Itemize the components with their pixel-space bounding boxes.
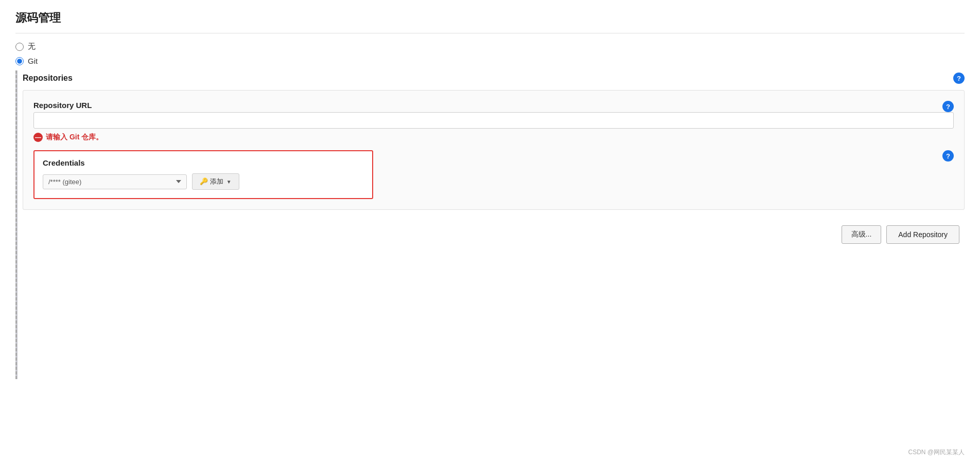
credentials-with-help: Credentials /**** (gitee) 🔑 添加 ▼: [33, 150, 954, 199]
footer-credit: CSDN @网民某某人: [908, 448, 965, 457]
radio-group: 无 Git: [15, 42, 965, 65]
add-repository-button[interactable]: Add Repository: [886, 225, 959, 244]
add-button-label: 🔑 添加: [200, 177, 223, 186]
radio-none[interactable]: 无: [15, 42, 965, 51]
page-title: 源码管理: [15, 10, 965, 33]
repositories-header: Repositories ?: [23, 70, 965, 84]
credentials-label: Credentials: [43, 158, 85, 167]
error-message: 请输入 Git 仓库。: [46, 133, 103, 142]
add-button-chevron: ▼: [226, 179, 232, 185]
repo-url-input[interactable]: [33, 112, 954, 129]
radio-git-input[interactable]: [15, 57, 24, 65]
radio-none-input[interactable]: [15, 43, 24, 51]
repo-box: Repository URL ? — 请输入 Git 仓库。 Credentia…: [23, 90, 965, 210]
repo-url-label: Repository URL: [33, 101, 92, 110]
credentials-row: /**** (gitee) 🔑 添加 ▼: [43, 173, 364, 190]
radio-none-label: 无: [28, 42, 36, 51]
credentials-header: Credentials: [43, 158, 364, 167]
repo-url-help-icon[interactable]: ?: [942, 101, 954, 112]
credentials-help-icon[interactable]: ?: [942, 150, 954, 162]
credentials-outer: Credentials /**** (gitee) 🔑 添加 ▼: [33, 150, 373, 199]
add-credentials-button[interactable]: 🔑 添加 ▼: [192, 173, 239, 190]
credentials-select[interactable]: /**** (gitee): [43, 174, 187, 189]
advanced-button[interactable]: 高级...: [842, 225, 882, 244]
error-icon: —: [33, 133, 43, 142]
page-container: 源码管理 无 Git Repositories ? Repository URL…: [0, 0, 980, 465]
repo-url-section: Repository URL ?: [33, 101, 954, 112]
error-row: — 请输入 Git 仓库。: [33, 133, 954, 142]
bottom-actions: 高级... Add Repository: [23, 225, 965, 244]
radio-git-label: Git: [28, 57, 38, 65]
repositories-help-icon[interactable]: ?: [953, 73, 965, 84]
git-section: Repositories ? Repository URL ? — 请输入 Gi…: [15, 70, 965, 379]
radio-git[interactable]: Git: [15, 57, 965, 65]
git-content: Repositories ? Repository URL ? — 请输入 Gi…: [18, 70, 965, 379]
repositories-label: Repositories: [23, 74, 73, 83]
